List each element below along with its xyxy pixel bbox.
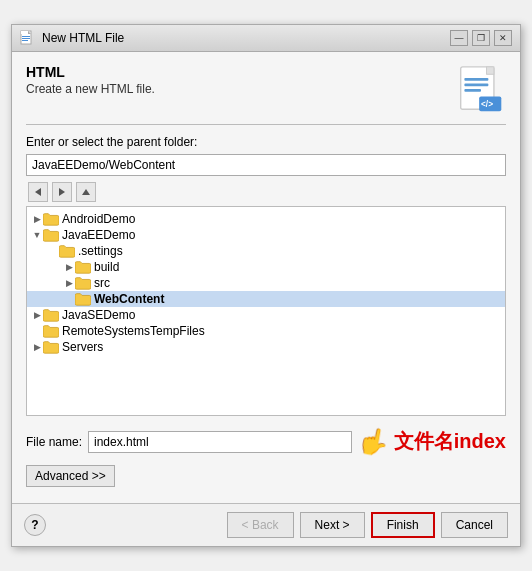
folder-label: Enter or select the parent folder: xyxy=(26,135,506,149)
svg-marker-16 xyxy=(82,189,90,195)
restore-button[interactable]: ❐ xyxy=(472,30,490,46)
folder-tree[interactable]: ▶ AndroidDemo▼ JavaEEDemo▶ .settings▶ bu… xyxy=(26,206,506,416)
tree-label-settings: .settings xyxy=(78,244,123,258)
html-file-icon: </> xyxy=(456,64,506,114)
close-button[interactable]: ✕ xyxy=(494,30,512,46)
svg-text:</>: </> xyxy=(481,99,493,109)
svg-rect-9 xyxy=(464,78,488,81)
title-bar: New HTML File — ❐ ✕ xyxy=(12,25,520,52)
tree-item-settings[interactable]: ▶ .settings xyxy=(27,243,505,259)
tree-label-webcontent: WebContent xyxy=(94,292,164,306)
file-name-label: File name: xyxy=(26,435,82,449)
title-bar-text: New HTML File xyxy=(42,31,124,45)
hand-pointer-icon: 👆 xyxy=(355,423,392,459)
tree-label-build: build xyxy=(94,260,119,274)
tree-item-android[interactable]: ▶ AndroidDemo xyxy=(27,211,505,227)
svg-rect-4 xyxy=(22,38,30,39)
header-title: HTML xyxy=(26,64,155,80)
separator xyxy=(26,124,506,125)
tree-label-javase: JavaSEDemo xyxy=(62,308,135,322)
tree-toolbar xyxy=(26,182,506,202)
tree-item-javaee[interactable]: ▼ JavaEEDemo xyxy=(27,227,505,243)
svg-rect-3 xyxy=(22,36,30,37)
tree-item-javase[interactable]: ▶ JavaSEDemo xyxy=(27,307,505,323)
folder-icon-remote xyxy=(43,324,59,338)
minimize-button[interactable]: — xyxy=(450,30,468,46)
folder-icon-build xyxy=(75,260,91,274)
folder-icon-javase xyxy=(43,308,59,322)
tree-label-src: src xyxy=(94,276,110,290)
folder-icon-javaee xyxy=(43,228,59,242)
tree-item-webcontent[interactable]: ▶ WebContent xyxy=(27,291,505,307)
svg-rect-10 xyxy=(464,83,488,86)
svg-marker-15 xyxy=(59,188,65,196)
back-toolbar-button[interactable] xyxy=(28,182,48,202)
cancel-button[interactable]: Cancel xyxy=(441,512,508,538)
folder-icon-settings xyxy=(59,244,75,258)
tree-item-build[interactable]: ▶ build xyxy=(27,259,505,275)
tree-label-servers: Servers xyxy=(62,340,103,354)
next-button[interactable]: Next > xyxy=(300,512,365,538)
title-bar-left: New HTML File xyxy=(20,30,124,46)
navigation-buttons: < Back Next > Finish Cancel xyxy=(227,512,508,538)
tree-item-src[interactable]: ▶ src xyxy=(27,275,505,291)
folder-icon-servers xyxy=(43,340,59,354)
tree-item-servers[interactable]: ▶ Servers xyxy=(27,339,505,355)
up-toolbar-button[interactable] xyxy=(76,182,96,202)
dialog-content: HTML Create a new HTML file. </> E xyxy=(12,52,520,503)
header-left: HTML Create a new HTML file. xyxy=(26,64,155,96)
dialog-window: New HTML File — ❐ ✕ HTML Create a new HT… xyxy=(11,24,521,547)
svg-marker-14 xyxy=(35,188,41,196)
help-button[interactable]: ? xyxy=(24,514,46,536)
svg-rect-5 xyxy=(22,40,28,41)
advanced-button[interactable]: Advanced >> xyxy=(26,465,115,487)
title-bar-icon xyxy=(20,30,36,46)
back-button[interactable]: < Back xyxy=(227,512,294,538)
svg-rect-8 xyxy=(487,67,494,74)
annotation-area: 👆 文件名index xyxy=(358,426,506,457)
tree-label-javaee: JavaEEDemo xyxy=(62,228,135,242)
tree-toggle-servers: ▶ xyxy=(31,341,43,353)
header-subtitle: Create a new HTML file. xyxy=(26,82,155,96)
tree-toggle-javaee: ▼ xyxy=(31,229,43,241)
file-name-row: File name: 👆 文件名index xyxy=(26,426,506,457)
tree-item-remote[interactable]: ▶ RemoteSystemsTempFiles xyxy=(27,323,505,339)
tree-toggle-android: ▶ xyxy=(31,213,43,225)
tree-toggle-javase: ▶ xyxy=(31,309,43,321)
svg-rect-11 xyxy=(464,89,481,92)
annotation-text: 文件名index xyxy=(394,428,506,455)
advanced-section: Advanced >> xyxy=(26,465,506,491)
tree-label-remote: RemoteSystemsTempFiles xyxy=(62,324,205,338)
title-bar-controls: — ❐ ✕ xyxy=(450,30,512,46)
html-icon-svg: </> xyxy=(457,65,505,113)
tree-label-android: AndroidDemo xyxy=(62,212,135,226)
forward-toolbar-button[interactable] xyxy=(52,182,72,202)
folder-icon-webcontent xyxy=(75,292,91,306)
folder-path-input[interactable] xyxy=(26,154,506,176)
bottom-bar: ? < Back Next > Finish Cancel xyxy=(12,503,520,546)
svg-rect-2 xyxy=(21,31,28,34)
header-section: HTML Create a new HTML file. </> xyxy=(26,64,506,114)
tree-toggle-build: ▶ xyxy=(63,261,75,273)
folder-icon-android xyxy=(43,212,59,226)
file-name-input[interactable] xyxy=(88,431,352,453)
folder-icon-src xyxy=(75,276,91,290)
finish-button[interactable]: Finish xyxy=(371,512,435,538)
tree-toggle-src: ▶ xyxy=(63,277,75,289)
